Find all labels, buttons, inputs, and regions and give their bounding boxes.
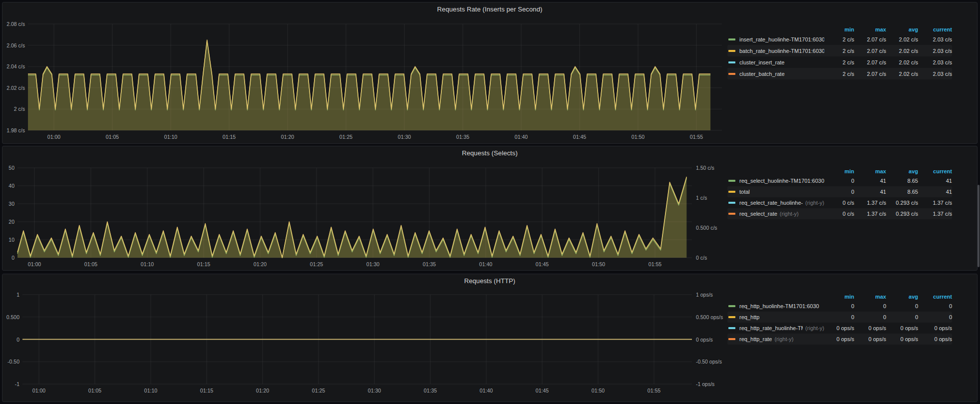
legend-value-avg: 0 [886,314,918,320]
legend-right-axis-tag: (right-y) [805,325,824,331]
legend-value-current: 41 [918,178,952,184]
legend-value-min: 0 ops/s [824,336,854,342]
legend-series-label: batch_rate_huolinhe-TM1701:6030 [739,48,824,54]
y-axis-tick-label: 2.06 c/s [2,42,25,48]
x-axis-tick-label: 01:15 [192,388,222,394]
legend-value-min: 0 c/s [824,211,854,217]
y-axis-tick-label: 0 [2,337,19,343]
legend-header-min[interactable]: min [824,294,854,300]
y-axis-right-tick-label: 0 c/s [696,255,707,261]
legend-series-label: req_http_huolinhe-TM1701:6030 [739,303,819,309]
legend-value-avg: 2.02 c/s [886,48,918,54]
legend-row: req_select_rate_huolinhe-TM1701:6030(rig… [727,197,952,208]
series-swatch-icon [728,213,735,215]
legend-series-toggle[interactable]: req_http_rate_huolinhe-TM1701:6030(right… [727,325,824,331]
legend-series-toggle[interactable]: total [727,189,824,195]
legend-series-label: req_http_rate [739,336,772,342]
series-swatch-icon [728,316,735,318]
legend-series-toggle[interactable]: req_http_huolinhe-TM1701:6030 [727,303,824,309]
legend-row: total0418.6541 [727,186,952,197]
legend-series-toggle[interactable]: req_http [727,314,824,320]
legend-header-max[interactable]: max [854,168,886,174]
legend-row: req_http_huolinhe-TM1701:60300000 [727,301,952,312]
legend-header-min[interactable]: min [824,168,854,174]
legend-series-toggle[interactable]: insert_rate_huolinhe-TM1701:6030 [727,36,824,42]
legend-series-label: insert_rate_huolinhe-TM1701:6030 [739,36,824,42]
legend-series-toggle[interactable]: cluster_insert_rate [727,59,824,65]
legend-header-max[interactable]: max [854,294,886,300]
legend-value-avg: 0 [886,303,918,309]
legend-series-toggle[interactable]: req_select_rate_huolinhe-TM1701:6030(rig… [727,200,824,206]
legend-series-toggle[interactable]: req_http_rate(right-y) [727,336,824,342]
y-axis-tick-label: 1 [2,292,19,298]
x-axis-tick-label: 01:25 [302,261,331,267]
y-axis-tick-label: 2.02 c/s [2,85,25,91]
legend-header-avg[interactable]: avg [886,168,918,174]
x-axis-tick-label: 01:30 [358,261,388,267]
y-axis-right-tick-label: 0.500 c/s [696,225,717,231]
y-axis-tick-label: 30 [2,201,14,207]
legend-value-current: 2.03 c/s [918,36,952,42]
legend-series-label: req_http_rate_huolinhe-TM1701:6030 [739,325,803,331]
x-axis-tick-label: 01:10 [132,261,162,267]
legend-value-avg: 2.02 c/s [886,71,918,77]
legend-row: req_http_rate(right-y)0 ops/s0 ops/s0 op… [727,334,952,345]
x-axis-tick-label: 01:15 [189,261,219,267]
legend-header-current[interactable]: current [918,294,952,300]
legend-value-avg: 2.02 c/s [886,36,918,42]
x-axis-tick-label: 01:25 [304,388,333,394]
x-axis-tick-label: 01:50 [584,261,614,267]
legend-header-min[interactable]: min [824,26,854,32]
y-axis-tick-label: -0.50 [2,359,19,365]
series-swatch-icon [728,50,735,52]
legend-header-avg[interactable]: avg [886,294,918,300]
legend-value-current: 0 [918,303,952,309]
legend-series-toggle[interactable]: req_select_rate(right-y) [727,211,824,217]
legend-table: minmaxavgcurrentreq_select_huolinhe-TM17… [727,167,952,219]
y-axis-right-tick-label: 1 c/s [696,195,707,201]
legend-value-max: 2.07 c/s [854,48,886,54]
legend-right-axis-tag: (right-y) [774,336,793,342]
legend-series-label: req_http [739,314,759,320]
x-axis-tick-label: 01:55 [639,388,669,394]
legend-value-max: 0 [854,303,886,309]
x-axis-tick-label: 01:10 [136,388,166,394]
legend-value-avg: 0 ops/s [886,336,918,342]
x-axis-tick-label: 01:15 [214,134,244,140]
legend-row: req_select_rate(right-y)0 c/s1.37 c/s0.2… [727,208,952,219]
legend-row: req_http_rate_huolinhe-TM1701:6030(right… [727,323,952,334]
legend-series-label: total [739,189,750,195]
y-axis-tick-label: 2 c/s [2,106,25,112]
legend-value-max: 1.37 c/s [854,211,886,217]
series-swatch-icon [728,38,735,40]
legend-header-avg[interactable]: avg [886,26,918,32]
legend-header-current[interactable]: current [918,26,952,32]
y-axis-tick-label: -1 [2,381,19,387]
legend-value-min: 2 c/s [824,48,854,54]
legend-table: minmaxavgcurrentreq_http_huolinhe-TM1701… [727,293,952,345]
x-axis-tick-label: 01:20 [245,261,275,267]
legend-series-toggle[interactable]: batch_rate_huolinhe-TM1701:6030 [727,48,824,54]
scrollbar[interactable] [978,185,980,267]
x-axis-tick-label: 01:35 [415,388,445,394]
legend-value-max: 1.37 c/s [854,200,886,206]
legend-value-min: 0 [824,303,854,309]
legend-value-avg: 0.293 c/s [886,200,918,206]
series-swatch-icon [728,180,735,182]
legend-series-label: cluster_insert_rate [739,59,785,65]
legend-value-avg: 0.293 c/s [886,211,918,217]
legend-value-min: 2 c/s [824,71,854,77]
y-axis-tick-label: 20 [2,219,14,225]
x-axis-tick-label: 01:05 [76,261,106,267]
legend-header-row: minmaxavgcurrent [727,25,952,33]
x-axis-tick-label: 01:50 [583,388,613,394]
legend-series-toggle[interactable]: cluster_batch_rate [727,71,824,77]
legend-header-max[interactable]: max [854,26,886,32]
legend-series-toggle[interactable]: req_select_huolinhe-TM1701:6030 [727,178,824,184]
legend-value-max: 2.07 c/s [854,71,886,77]
x-axis-tick-label: 01:40 [471,388,501,394]
series-swatch-icon [728,202,735,204]
legend-header-current[interactable]: current [918,168,952,174]
legend-value-max: 2.07 c/s [854,36,886,42]
legend-series-label: req_select_rate_huolinhe-TM1701:6030 [739,200,803,206]
